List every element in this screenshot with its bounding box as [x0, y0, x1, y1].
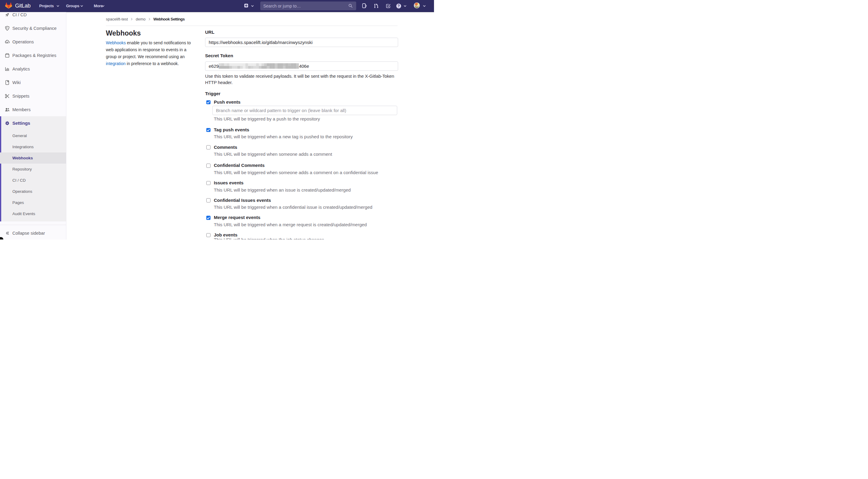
svg-text:?: ?	[398, 4, 400, 8]
